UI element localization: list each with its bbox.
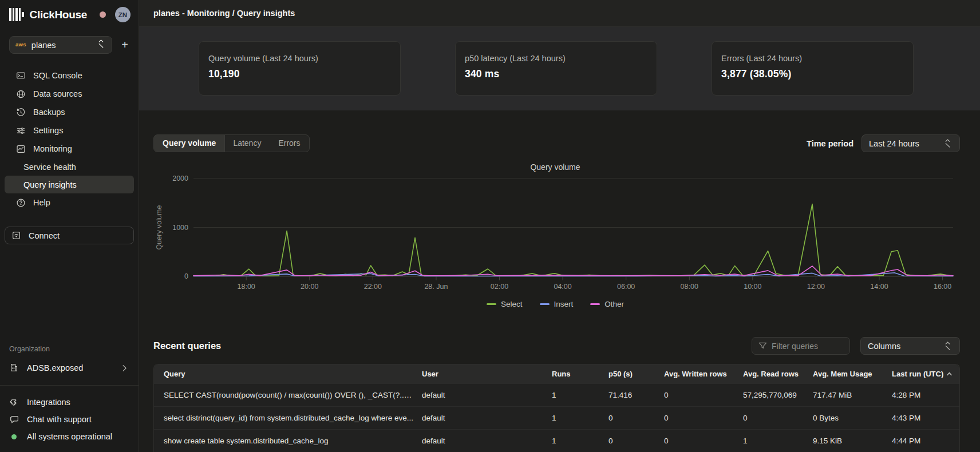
svg-text:16:00: 16:00: [934, 283, 951, 291]
sidebar-item-service-health[interactable]: Service health: [5, 158, 134, 176]
stat-card-query-volume: Query volume (Last 24 hours)10,190: [199, 41, 401, 96]
svg-text:14:00: 14:00: [870, 283, 888, 291]
cell-query: SELECT CAST(round(pow(count() / max(coun…: [154, 391, 422, 399]
notification-dot-icon[interactable]: [100, 11, 106, 18]
column-header-last-run-utc-[interactable]: Last run (UTC): [892, 370, 959, 378]
sidebar-item-label: Backups: [33, 108, 65, 117]
sidebar-item-query-insights[interactable]: Query insights: [5, 176, 134, 193]
settings-icon: [15, 125, 26, 136]
organization-name: ADSB.exposed: [27, 363, 83, 372]
recent-queries-header-row: Recent queries Columns: [153, 337, 980, 355]
tab-query-volume[interactable]: Query volume: [154, 135, 224, 152]
tab-errors[interactable]: Errors: [270, 135, 309, 152]
table-body: SELECT CAST(round(pow(count() / max(coun…: [154, 383, 959, 452]
sidebar-item-label: Query insights: [23, 180, 77, 189]
legend-swatch-icon: [590, 303, 600, 305]
svg-text:Query volume: Query volume: [155, 205, 163, 250]
sort-ascending-icon: [947, 372, 952, 376]
puzzle-icon: [9, 397, 19, 407]
cell-user: default: [422, 437, 552, 445]
stat-card-value: 10,190: [208, 68, 391, 80]
svg-text:2000: 2000: [172, 175, 188, 183]
sidebar-item-label: Help: [33, 198, 50, 207]
sidebar-item-chat-with-support[interactable]: Chat with support: [0, 411, 139, 428]
table-row[interactable]: select distrinct(query_id) from system.d…: [154, 406, 959, 429]
status-dot-icon: [11, 434, 17, 439]
column-header-avg-read-rows[interactable]: Avg. Read rows: [743, 370, 813, 378]
legend-item-select[interactable]: Select: [487, 300, 523, 308]
chart-legend: SelectInsertOther: [153, 300, 957, 308]
sidebar-item-monitoring[interactable]: Monitoring: [5, 140, 134, 158]
sidebar-item-settings[interactable]: Settings: [5, 121, 134, 140]
cell-avg-read-rows: 0: [743, 414, 813, 422]
chevron-updown-icon: [96, 39, 106, 51]
svg-text:12:00: 12:00: [807, 283, 825, 291]
cell-p50-s-: 0: [608, 414, 664, 422]
sidebar-item-sql-console[interactable]: SQL Console: [5, 66, 134, 85]
legend-label: Insert: [554, 300, 574, 308]
stat-card-value: 340 ms: [465, 68, 647, 80]
tabs-row: Query volumeLatencyErrors Time period La…: [153, 134, 980, 152]
aws-icon: aws: [15, 41, 26, 47]
content-column: planes - Monitoring / Query insights Que…: [139, 0, 980, 452]
svg-text:0: 0: [184, 272, 188, 280]
column-header-label: p50 (s): [608, 370, 633, 378]
stat-card-label: Errors (Last 24 hours): [721, 54, 904, 63]
organization-section-label: Organization: [0, 345, 139, 353]
console-icon: [15, 70, 26, 81]
table-row[interactable]: show create table system.distributed_cac…: [154, 429, 959, 452]
sidebar-item-all-systems-operational[interactable]: All systems operational: [0, 428, 139, 445]
table-header-row: QueryUserRunsp50 (s)Avg. Written rowsAvg…: [154, 364, 959, 383]
svg-text:22:00: 22:00: [364, 283, 382, 291]
help-icon: [15, 197, 26, 208]
sidebar-item-data-sources[interactable]: Data sources: [5, 85, 134, 103]
cell-avg-read-rows: 1: [743, 437, 813, 445]
sidebar-item-help[interactable]: Help: [5, 193, 134, 212]
sidebar-divider: [0, 385, 139, 386]
data-sources-icon: [15, 89, 26, 99]
column-header-p50-s-[interactable]: p50 (s): [608, 370, 664, 378]
section-title: Recent queries: [153, 340, 221, 351]
column-header-label: Avg. Mem Usage: [813, 370, 872, 378]
service-row: aws planes +: [0, 36, 139, 54]
time-period-select[interactable]: Last 24 hours: [862, 134, 960, 152]
sidebar-item-integrations[interactable]: Integrations: [0, 394, 139, 411]
svg-text:1000: 1000: [172, 224, 188, 232]
cell-p50-s-: 0: [608, 437, 664, 445]
cell-runs: 1: [552, 391, 608, 399]
legend-label: Other: [604, 300, 624, 308]
sidebar-item-label: Data sources: [33, 89, 82, 98]
tab-latency[interactable]: Latency: [224, 135, 270, 152]
column-header-avg-mem-usage[interactable]: Avg. Mem Usage: [813, 370, 892, 378]
chart-title: Query volume: [153, 162, 957, 172]
svg-text:10:00: 10:00: [744, 283, 761, 291]
connect-button[interactable]: Connect: [5, 227, 134, 244]
sidebar-item-organization[interactable]: ADSB.exposed: [0, 361, 139, 375]
column-header-query[interactable]: Query: [154, 370, 422, 378]
column-header-runs[interactable]: Runs: [552, 370, 608, 378]
column-header-avg-written-rows[interactable]: Avg. Written rows: [664, 370, 743, 378]
cell-user: default: [422, 414, 552, 422]
avatar[interactable]: ZN: [115, 7, 131, 22]
footer-item-label: All systems operational: [27, 432, 112, 441]
connect-icon: [11, 231, 22, 241]
cell-runs: 1: [552, 437, 608, 445]
stat-card-p50-latency: p50 latency (Last 24 hours)340 ms: [455, 41, 657, 96]
cell-avg-written-rows: 0: [664, 414, 743, 422]
cell-p50-s-: 71.416: [608, 391, 664, 399]
svg-text:02:00: 02:00: [491, 283, 508, 291]
service-selector[interactable]: aws planes: [9, 36, 112, 54]
column-header-label: Runs: [552, 370, 571, 378]
backups-icon: [15, 107, 26, 117]
column-header-user[interactable]: User: [422, 370, 552, 378]
add-service-button[interactable]: +: [117, 37, 133, 53]
sidebar-item-backups[interactable]: Backups: [5, 103, 134, 121]
cell-runs: 1: [552, 414, 608, 422]
recent-queries-table: QueryUserRunsp50 (s)Avg. Written rowsAvg…: [153, 364, 960, 452]
legend-swatch-icon: [540, 303, 550, 305]
columns-select[interactable]: Columns: [860, 337, 960, 355]
legend-item-insert[interactable]: Insert: [540, 300, 574, 308]
legend-item-other[interactable]: Other: [590, 300, 624, 308]
table-row[interactable]: SELECT CAST(round(pow(count() / max(coun…: [154, 383, 959, 406]
stat-card-value: 3,877 (38.05%): [721, 68, 904, 80]
